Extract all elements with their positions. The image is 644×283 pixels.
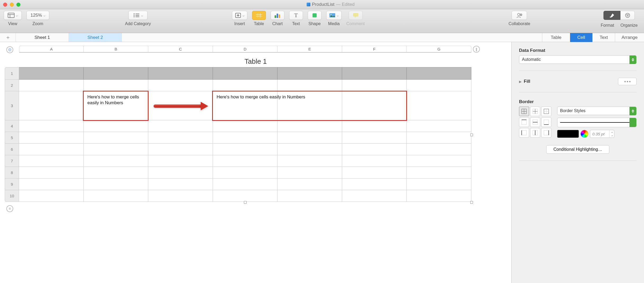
row-header[interactable]: 10 — [5, 190, 19, 202]
cell[interactable] — [278, 120, 342, 132]
spreadsheet-grid[interactable]: 12345678910 — [5, 67, 507, 202]
column-header[interactable]: G — [407, 46, 471, 53]
cell[interactable] — [407, 155, 471, 167]
row-header[interactable]: 8 — [5, 167, 19, 179]
cell[interactable] — [342, 120, 407, 132]
border-hcenter[interactable] — [530, 117, 540, 127]
cell[interactable] — [213, 155, 278, 167]
cell[interactable] — [19, 80, 84, 91]
cell[interactable] — [19, 190, 84, 202]
cell[interactable] — [84, 155, 148, 167]
border-styles-select[interactable]: Border Styles — [557, 107, 637, 115]
row-header[interactable]: 5 — [5, 132, 19, 144]
color-picker-button[interactable] — [580, 130, 588, 138]
border-line-style-select[interactable] — [557, 118, 637, 127]
fill-options-button[interactable] — [618, 78, 637, 85]
cell[interactable] — [342, 179, 407, 190]
cell[interactable] — [148, 132, 213, 144]
cell[interactable] — [84, 80, 148, 91]
insert-button[interactable]: ⌵ — [232, 11, 247, 20]
cell[interactable] — [148, 67, 213, 80]
cell[interactable] — [407, 67, 471, 80]
cell[interactable] — [407, 179, 471, 190]
cell[interactable] — [148, 179, 213, 190]
stepper-icon[interactable]: ▴▾ — [609, 130, 614, 138]
cell[interactable] — [342, 190, 407, 202]
cell[interactable] — [19, 91, 84, 120]
cell[interactable] — [19, 120, 84, 132]
cell[interactable] — [148, 80, 213, 91]
table-title[interactable]: Table 1 — [5, 57, 507, 66]
cell[interactable] — [278, 144, 342, 155]
cell[interactable] — [407, 80, 471, 91]
border-vcenter[interactable] — [530, 128, 540, 138]
collaborate-button[interactable] — [512, 11, 527, 20]
inspector-tab-text[interactable]: Text — [592, 33, 615, 42]
cell[interactable] — [84, 144, 148, 155]
column-header[interactable]: C — [148, 46, 213, 53]
data-format-select[interactable]: Automatic — [519, 55, 637, 64]
add-column-handle[interactable]: ∥ — [473, 46, 480, 53]
cell[interactable] — [342, 167, 407, 179]
cell[interactable] — [213, 179, 278, 190]
maximize-window-button[interactable] — [16, 3, 20, 7]
cell[interactable] — [407, 120, 471, 132]
cell[interactable] — [19, 67, 84, 80]
cell[interactable] — [342, 80, 407, 91]
conditional-highlighting-button[interactable]: Conditional Highlighting… — [546, 145, 609, 154]
sheet-tab-1[interactable]: Sheet 1 — [16, 33, 69, 42]
table-selector-handle[interactable] — [6, 46, 13, 53]
border-bottom[interactable] — [541, 117, 551, 127]
cell[interactable] — [407, 91, 471, 120]
cell[interactable] — [213, 167, 278, 179]
column-header[interactable]: B — [84, 46, 148, 53]
cell[interactable] — [407, 144, 471, 155]
cell[interactable] — [278, 67, 342, 80]
zoom-button[interactable]: 125% ⌵ — [26, 11, 49, 20]
cell[interactable] — [84, 179, 148, 190]
column-header[interactable]: E — [278, 46, 342, 53]
cell[interactable] — [148, 190, 213, 202]
border-left[interactable] — [519, 128, 529, 138]
selection-handle[interactable] — [470, 201, 473, 204]
cell[interactable] — [278, 167, 342, 179]
cell[interactable] — [19, 132, 84, 144]
cell[interactable] — [84, 190, 148, 202]
cell[interactable] — [407, 167, 471, 179]
cell[interactable] — [148, 120, 213, 132]
disclosure-triangle-icon[interactable]: ▶ — [519, 80, 522, 84]
cell[interactable] — [278, 132, 342, 144]
add-sheet-button[interactable]: ＋ — [0, 33, 16, 42]
cell[interactable] — [19, 155, 84, 167]
cell[interactable] — [342, 155, 407, 167]
inspector-tab-cell[interactable]: Cell — [570, 33, 592, 42]
row-extend-handle[interactable]: = — [6, 205, 13, 212]
cell[interactable] — [19, 167, 84, 179]
column-header[interactable]: F — [342, 46, 407, 53]
sheet-tab-2[interactable]: Sheet 2 — [69, 33, 122, 42]
cell[interactable] — [213, 144, 278, 155]
border-right[interactable] — [541, 128, 551, 138]
table-button[interactable] — [252, 11, 266, 20]
row-header[interactable]: 1 — [5, 67, 19, 80]
border-all[interactable] — [519, 107, 529, 116]
cell[interactable] — [19, 179, 84, 190]
media-button[interactable]: ⌵ — [326, 11, 342, 20]
cell[interactable] — [342, 144, 407, 155]
cell[interactable] — [148, 91, 213, 120]
cell[interactable] — [213, 80, 278, 91]
cell[interactable] — [148, 144, 213, 155]
inspector-tab-arrange[interactable]: Arrange — [615, 33, 644, 42]
row-header[interactable]: 7 — [5, 155, 19, 167]
cell[interactable] — [148, 167, 213, 179]
cell[interactable] — [19, 144, 84, 155]
cell[interactable] — [213, 132, 278, 144]
selection-handle[interactable] — [244, 201, 247, 204]
text-button[interactable]: T — [289, 11, 303, 20]
cell[interactable] — [407, 190, 471, 202]
cell[interactable] — [407, 132, 471, 144]
border-width-field[interactable]: 0.35 pt ▴▾ — [590, 130, 614, 138]
row-header[interactable]: 4 — [5, 120, 19, 132]
organize-button[interactable] — [620, 11, 635, 20]
cell[interactable] — [278, 190, 342, 202]
